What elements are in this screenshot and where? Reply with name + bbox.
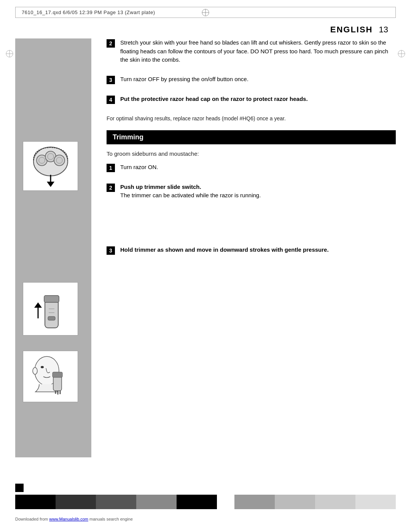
color-block-dark-gray (56, 495, 96, 509)
step-number-3-shaving: 3 (107, 76, 115, 84)
step-number-2-shaving: 2 (107, 39, 115, 48)
step-4-shaving-text: Put the protective razor head cap on the… (120, 95, 308, 104)
page-title-area: ENGLISH 13 (0, 18, 411, 38)
face-trimming-illustration (26, 354, 75, 399)
svg-rect-22 (48, 316, 55, 320)
step-1-trimming-text: Turn razor ON. (120, 163, 158, 172)
razor-head-cap-image (23, 141, 78, 191)
footer-link[interactable]: www.Manualslib.com (49, 517, 88, 521)
svg-rect-19 (44, 296, 59, 302)
page-number: 13 (379, 25, 388, 35)
svg-rect-29 (53, 372, 62, 377)
footer-prefix: Downloaded from (15, 517, 49, 521)
footer-suffix: manuals search engine (88, 517, 133, 521)
trimming-title: Trimming (113, 133, 143, 141)
top-bar: 7610_16_17.qxd 6/6/05 12:39 PM Page 13 (… (15, 7, 396, 18)
step-2-trimming-text: Push up trimmer slide switch. The trimme… (120, 183, 261, 200)
main-content: 2 Stretch your skin with your free hand … (15, 38, 396, 457)
svg-rect-18 (45, 299, 58, 328)
color-block-mid-gray (96, 495, 136, 509)
right-registration-mark (397, 50, 406, 58)
svg-marker-17 (47, 182, 54, 187)
face-trimming-image (23, 351, 78, 402)
color-block-light-gray-2 (275, 495, 315, 509)
step-2-shaving: 2 Stretch your skin with your free hand … (107, 38, 396, 64)
svg-point-12 (54, 155, 65, 166)
page-language: ENGLISH (330, 25, 373, 35)
step-number-2-trimming: 2 (107, 184, 115, 192)
razor-cap-illustration (26, 144, 75, 188)
footer: Downloaded from www.Manualslib.com manua… (15, 517, 133, 521)
step-2-trimming-normal: The trimmer can be activated while the r… (120, 192, 261, 198)
trimmer-image (23, 282, 78, 335)
right-content: 2 Stretch your skin with your free hand … (91, 38, 396, 457)
trimming-section-header: Trimming (107, 130, 396, 144)
step-3-trimming-text: Hold trimmer as shown and move in downwa… (120, 246, 329, 254)
color-block-light-gray-3 (315, 495, 355, 509)
bottom-color-bar (15, 495, 396, 509)
svg-marker-24 (34, 302, 42, 308)
left-sidebar (15, 38, 91, 457)
step-2-trimming-bold: Push up trimmer slide switch. (120, 184, 201, 190)
step-number-3-trimming: 3 (107, 246, 115, 255)
color-block-black-1 (15, 495, 56, 509)
step-number-1-trimming: 1 (107, 164, 115, 172)
step-4-shaving: 4 Put the protective razor head cap on t… (107, 95, 396, 104)
color-block-light-gray-1 (234, 495, 275, 509)
svg-point-26 (41, 366, 44, 368)
color-block-light-gray-4 (355, 495, 396, 509)
step-1-trimming: 1 Turn razor ON. (107, 163, 396, 172)
shaving-note: For optimal shaving results, replace raz… (107, 115, 396, 123)
step-3-shaving: 3 Turn razor OFF by pressing the on/off … (107, 75, 396, 84)
trimmer-illustration (26, 284, 75, 334)
trimming-intro: To groom sideburns and moustache: (107, 150, 396, 157)
step-3-trimming: 3 Hold trimmer as shown and move in down… (107, 246, 396, 255)
step-number-4-shaving: 4 (107, 96, 115, 104)
bottom-crosshair-icon (218, 495, 233, 509)
color-block-gray (136, 495, 177, 509)
trim-mark-bottom-left (15, 484, 24, 492)
top-crosshair-icon (201, 8, 210, 17)
step-2-trimming: 2 Push up trimmer slide switch. The trim… (107, 183, 396, 200)
svg-point-27 (33, 367, 37, 374)
step-3-shaving-text: Turn razor OFF by pressing the on/off bu… (120, 75, 249, 84)
file-info: 7610_16_17.qxd 6/6/05 12:39 PM Page 13 (… (22, 10, 155, 15)
step-2-shaving-text: Stretch your skin with your free hand so… (120, 38, 396, 64)
color-block-black-2 (177, 495, 217, 509)
left-registration-mark (5, 50, 14, 58)
